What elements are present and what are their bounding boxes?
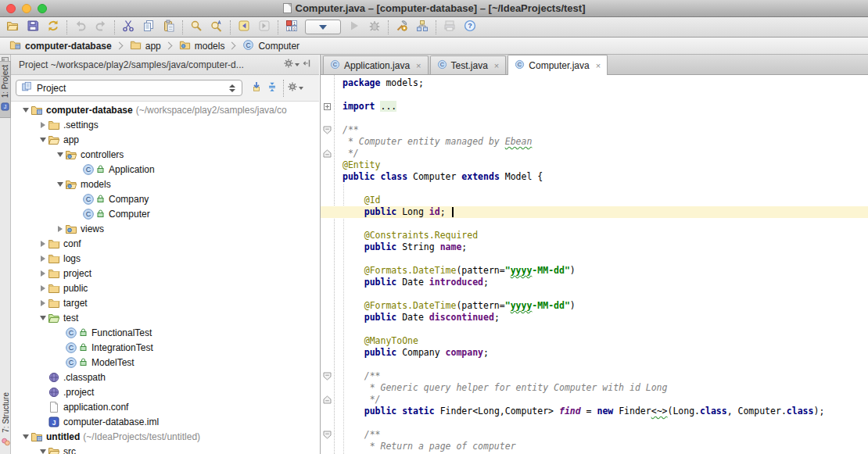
breadcrumb-item-computer-database[interactable]: computer-database — [6, 39, 115, 53]
tree-item-.settings[interactable]: .settings — [11, 117, 319, 132]
expand-arrow-right-icon[interactable] — [38, 256, 48, 262]
forward-button[interactable] — [254, 19, 274, 36]
close-tab-icon[interactable]: × — [494, 61, 499, 70]
back-button[interactable] — [234, 19, 254, 36]
tree-item-views[interactable]: views — [11, 221, 319, 236]
code-editor[interactable]: package models;import .../** * Computer … — [321, 75, 868, 454]
run-configuration-combo[interactable] — [305, 20, 341, 34]
class-icon: C — [515, 59, 525, 72]
editor-tab-Application.java[interactable]: CApplication.java× — [323, 55, 429, 74]
editor-tab-Computer.java[interactable]: CComputer.java× — [508, 55, 608, 75]
views-icon — [21, 81, 32, 95]
fold-expand-icon[interactable] — [321, 103, 334, 110]
tree-item-models[interactable]: models — [11, 177, 319, 191]
help-button[interactable]: ? — [460, 19, 480, 36]
view-selector[interactable]: Project — [16, 80, 242, 96]
replace-button[interactable] — [206, 19, 227, 36]
settings-button[interactable] — [392, 19, 412, 36]
close-tab-icon[interactable]: × — [416, 61, 421, 70]
close-window-button[interactable] — [6, 4, 16, 13]
source-folder-icon — [179, 39, 191, 53]
code-line — [321, 359, 868, 370]
expand-arrow-right-icon[interactable] — [38, 241, 48, 247]
minimize-window-button[interactable] — [22, 4, 31, 13]
scroll-from-source-icon[interactable] — [249, 81, 264, 95]
collapse-all-icon[interactable] — [264, 81, 280, 95]
fold-marker-icon[interactable] — [321, 431, 334, 439]
project-folder-icon — [30, 104, 44, 116]
tree-item-.classpath[interactable]: .classpath — [11, 370, 319, 384]
run-button[interactable] — [344, 19, 364, 36]
tree-item-test[interactable]: test — [11, 310, 319, 325]
open-button[interactable] — [2, 19, 23, 36]
tree-item-computer-database[interactable]: computer-database(~/workspace/play2/samp… — [11, 102, 319, 117]
expand-arrow-down-icon[interactable] — [56, 152, 65, 157]
tree-item-app[interactable]: app — [11, 132, 319, 147]
expand-arrow-down-icon[interactable] — [38, 138, 48, 142]
undo-button[interactable] — [70, 19, 91, 36]
tool-window-tab-structure[interactable]: 7: Structure — [0, 392, 11, 449]
debug-button[interactable] — [364, 19, 385, 36]
svg-text:1: 1 — [293, 20, 296, 25]
tree-item-computer-database.iml[interactable]: Jcomputer-database.iml — [11, 414, 319, 429]
find-button[interactable] — [186, 19, 206, 36]
code-line: @Formats.DateTime(pattern="yyyy-MM-dd") — [321, 300, 868, 312]
tree-item-logs[interactable]: logs — [11, 251, 319, 266]
paste-button[interactable] — [159, 19, 179, 36]
panel-gear-icon[interactable] — [283, 58, 299, 72]
export-button[interactable] — [439, 19, 460, 36]
expand-arrow-right-icon[interactable] — [38, 285, 48, 291]
editor-tab-Test.java[interactable]: CTest.java× — [430, 55, 507, 74]
breadcrumb-item-Computer[interactable]: CComputer — [239, 39, 303, 53]
tree-settings-gear-icon[interactable] — [287, 81, 303, 95]
tree-item-public[interactable]: public — [11, 281, 319, 295]
tree-item-Application[interactable]: CApplication — [11, 162, 319, 177]
expand-arrow-right-icon[interactable] — [38, 122, 48, 128]
tree-item-project[interactable]: project — [11, 266, 319, 281]
breadcrumb-item-app[interactable]: app — [127, 39, 164, 53]
close-tab-icon[interactable]: × — [596, 61, 601, 70]
toolbar-separator — [114, 20, 115, 34]
tree-item-Computer[interactable]: CComputer — [11, 206, 319, 221]
code-line — [321, 253, 868, 265]
tree-item-ModelTest[interactable]: CModelTest — [11, 355, 319, 370]
code-text: public String name; — [343, 241, 467, 253]
tree-item-Company[interactable]: CCompany — [11, 191, 319, 206]
synchronize-button[interactable] — [43, 19, 63, 36]
tree-item-FunctionalTest[interactable]: CFunctionalTest — [11, 325, 319, 340]
fold-marker-icon[interactable] — [321, 126, 334, 134]
tree-item-src[interactable]: src — [11, 444, 319, 454]
project-structure-button[interactable] — [412, 19, 432, 36]
expand-arrow-down-icon[interactable] — [21, 108, 30, 113]
tree-item-untitled[interactable]: untitled(~/IdeaProjects/test/untitled) — [11, 429, 319, 444]
run-configurations-button[interactable]: 110 — [282, 19, 302, 36]
save-button[interactable] — [23, 19, 43, 36]
expand-arrow-down-icon[interactable] — [38, 449, 48, 454]
tree-item-target[interactable]: target — [11, 295, 319, 310]
expand-arrow-right-icon[interactable] — [56, 226, 65, 232]
eclipse-icon — [48, 386, 61, 399]
expand-arrow-down-icon[interactable] — [21, 434, 30, 439]
structure-tool-icon — [2, 435, 10, 449]
tool-window-tab-project[interactable]: 1: Project J — [0, 61, 11, 118]
zoom-window-button[interactable] — [38, 4, 47, 13]
hide-panel-icon[interactable] — [299, 58, 314, 72]
tree-item-application.conf[interactable]: application.conf — [11, 399, 319, 414]
copy-button[interactable] — [138, 19, 159, 36]
fold-marker-icon[interactable] — [321, 149, 334, 158]
tree-item-IntegrationTest[interactable]: CIntegrationTest — [11, 340, 319, 355]
redo-button[interactable] — [91, 19, 111, 36]
tree-item-controllers[interactable]: controllers — [11, 147, 319, 162]
cut-button[interactable] — [118, 19, 138, 36]
code-line: @Entity — [321, 159, 868, 171]
breadcrumb-item-models[interactable]: models — [176, 39, 228, 53]
tree-item-.project[interactable]: .project — [11, 384, 319, 399]
expand-arrow-right-icon[interactable] — [38, 270, 48, 277]
fold-marker-icon[interactable] — [321, 372, 334, 381]
fold-marker-icon[interactable] — [321, 395, 334, 404]
expand-arrow-down-icon[interactable] — [38, 316, 48, 320]
editor-area[interactable]: CApplication.java×CTest.java×CComputer.j… — [320, 55, 868, 454]
tree-item-conf[interactable]: conf — [11, 236, 319, 251]
expand-arrow-down-icon[interactable] — [56, 182, 65, 187]
expand-arrow-right-icon[interactable] — [38, 300, 48, 306]
